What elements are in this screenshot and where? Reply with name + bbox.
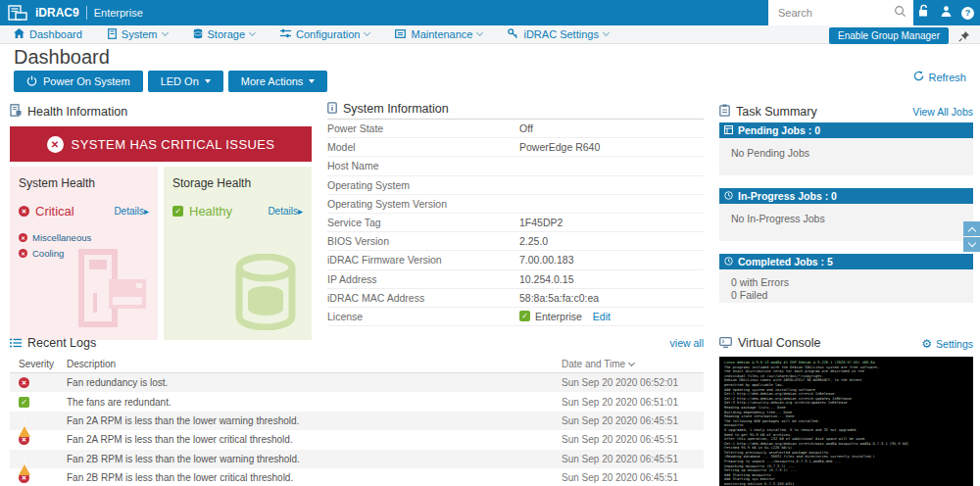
health-panel-icon <box>10 103 22 121</box>
toolbar: Power On System LED On More Actions <box>14 71 327 92</box>
log-row[interactable]: ✓ The fans are redundant. Sun Sep 20 202… <box>10 392 704 411</box>
system-health-details-link[interactable]: Details▸ <box>114 206 149 217</box>
panel-title: Task Summary <box>736 105 817 119</box>
key-icon <box>508 28 518 41</box>
recent-logs-panel: Recent Logs view all Severity Descriptio… <box>10 335 704 486</box>
critical-issues-banner: ✕ SYSTEM HAS CRITICAL ISSUES <box>10 126 312 162</box>
log-row[interactable]: ✕ Fan redundancy is lost. Sun Sep 20 202… <box>10 373 704 392</box>
log-row[interactable]: ✕ Fan 2B RPM is less than the lower crit… <box>10 468 704 486</box>
info-row: Service Tag1F45DP2 <box>327 214 704 232</box>
critical-banner-icon: ✕ <box>47 136 64 153</box>
product-name: iDRAC9 <box>35 6 79 20</box>
nav-item-dashboard[interactable]: Dashboard <box>14 28 82 40</box>
info-row: Operating System Version <box>327 195 704 214</box>
nav-item-storage[interactable]: Storage <box>193 28 256 41</box>
critical-issue-icon: ✕ <box>19 233 27 242</box>
console-settings-link[interactable]: ⚙ Settings <box>921 337 973 351</box>
pending-jobs-label: Pending Jobs : 0 <box>738 124 820 136</box>
chevron-down-icon <box>476 29 483 36</box>
search-input[interactable] <box>778 7 894 19</box>
system-health-status: Critical <box>35 204 74 219</box>
nav-item-system[interactable]: System <box>108 28 168 41</box>
issue-label: Cooling <box>32 248 64 259</box>
system-health-card: System Health ✕ Critical Details▸ ✕ Misc… <box>10 167 158 340</box>
info-row: ModelPowerEdge R640 <box>327 138 704 157</box>
in-progress-jobs-body: No In-Progress Jobs <box>719 204 973 241</box>
completed-failed: 0 Failed <box>731 289 961 302</box>
chevron-down-icon <box>205 79 211 83</box>
pin-icon[interactable] <box>958 28 970 46</box>
search-box <box>768 0 913 25</box>
server-icon <box>108 28 117 41</box>
page-title: Dashboard <box>14 46 110 69</box>
scroll-down-button[interactable] <box>963 237 980 252</box>
gear-icon: ⚙ <box>921 337 932 351</box>
refresh-icon <box>913 71 924 83</box>
scroll-up-button[interactable] <box>963 221 980 236</box>
clock-icon <box>724 256 733 267</box>
nav-label: Storage <box>208 28 246 40</box>
refresh-link[interactable]: Refresh <box>913 71 966 83</box>
panel-title: System Information <box>343 102 449 116</box>
power-on-system-button[interactable]: Power On System <box>14 71 143 92</box>
log-row[interactable]: ✕ Fan 2A RPM is less than the lower crit… <box>10 430 704 449</box>
console-screen[interactable]: Linux debian 4.9.0-13-amd64 #1 SMP Debia… <box>719 357 973 486</box>
nav-label: Maintenance <box>411 28 472 40</box>
masthead-icons: ? <box>917 0 974 25</box>
license-edit-link[interactable]: Edit <box>593 311 611 322</box>
enable-group-manager-button[interactable]: Enable Group Manager <box>829 27 949 44</box>
toolbox-icon <box>395 28 406 40</box>
storage-health-details-link[interactable]: Details▸ <box>268 206 303 217</box>
datetime-column-header[interactable]: Date and Time <box>562 359 704 369</box>
view-all-logs-link[interactable]: view all <box>670 337 704 349</box>
info-row: Power StateOff <box>327 120 704 138</box>
storage-health-status: Healthy <box>189 204 232 219</box>
system-health-title: System Health <box>19 176 149 190</box>
panel-title: Virtual Console <box>738 336 821 350</box>
info-row: IP Address10.254.0.15 <box>327 270 704 289</box>
unlock-icon[interactable] <box>917 4 931 22</box>
license-check-icon: ✓ <box>519 311 530 321</box>
log-table-body: ✕ Fan redundancy is lost. Sun Sep 20 202… <box>10 373 704 486</box>
healthy-status-icon: ✓ <box>172 206 183 217</box>
settings-label: Settings <box>936 338 973 350</box>
server-watermark-icon <box>70 248 148 334</box>
warning-severity-icon <box>19 415 30 437</box>
log-table-header: Severity Description Date and Time <box>10 356 704 373</box>
nav-item-maintenance[interactable]: Maintenance <box>395 28 482 40</box>
help-icon[interactable]: ? <box>961 7 974 20</box>
log-row[interactable]: Fan 2B RPM is less than the lower warnin… <box>10 450 704 468</box>
issue-link-miscellaneous[interactable]: ✕ Miscellaneous <box>19 232 149 243</box>
description-column-header: Description <box>67 359 562 369</box>
storage-icon <box>193 28 203 41</box>
in-progress-jobs-section: In-Progress Jobs : 0 No In-Progress Jobs <box>719 188 973 241</box>
system-info-icon <box>327 100 337 118</box>
refresh-label: Refresh <box>928 72 966 83</box>
log-row[interactable]: Fan 2A RPM is less than the lower warnin… <box>10 412 704 430</box>
nav-item-idrac-settings[interactable]: iDRAC Settings <box>508 28 608 41</box>
edition-label: Enterprise <box>94 7 143 19</box>
nav-label: iDRAC Settings <box>523 28 598 40</box>
sort-caret-icon <box>628 360 635 366</box>
clock-icon <box>724 190 733 202</box>
completed-jobs-body: 0 with Errors 0 Failed <box>719 269 973 303</box>
chevron-down-icon <box>161 29 168 36</box>
critical-issue-icon: ✕ <box>19 249 27 258</box>
issue-label: Miscellaneous <box>32 232 91 243</box>
sliders-icon <box>280 28 291 40</box>
nav-item-configuration[interactable]: Configuration <box>280 28 369 40</box>
critical-status-icon: ✕ <box>19 206 29 217</box>
led-button-label: LED On <box>161 75 199 87</box>
led-on-button[interactable]: LED On <box>148 71 223 92</box>
search-icon[interactable] <box>894 4 906 22</box>
more-actions-button[interactable]: More Actions <box>228 71 328 92</box>
view-all-jobs-link[interactable]: View All Jobs <box>912 106 973 118</box>
banner-text: SYSTEM HAS CRITICAL ISSUES <box>72 137 275 152</box>
info-row: BIOS Version2.25.0 <box>327 232 704 251</box>
license-row: License ✓ Enterprise Edit <box>327 308 704 326</box>
panel-title: Recent Logs <box>27 336 96 350</box>
info-row: iDRAC Firmware Version7.00.00.183 <box>327 251 704 269</box>
app-logo-icon[interactable] <box>8 5 27 21</box>
user-icon[interactable] <box>940 4 953 22</box>
storage-health-title: Storage Health <box>172 176 303 190</box>
